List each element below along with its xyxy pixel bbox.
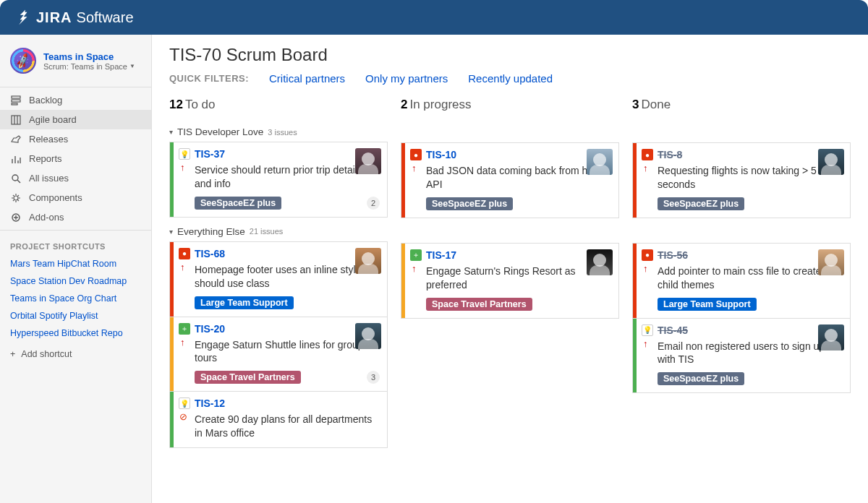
assignee-avatar[interactable] <box>587 149 613 175</box>
issue-key-link[interactable]: TIS-45 <box>658 324 688 336</box>
swimlane-header[interactable]: ▾Everything Else21 issues <box>169 226 388 237</box>
assignee-avatar[interactable] <box>355 248 381 274</box>
svg-rect-0 <box>12 96 20 98</box>
column-done: 3Done ●TIS-8↑Requesting flights is now t… <box>632 98 851 457</box>
svg-rect-3 <box>12 116 20 124</box>
priority-high-icon: ↑ <box>180 162 189 173</box>
epic-tag[interactable]: Large Team Support <box>658 298 757 311</box>
reports-icon <box>10 154 22 164</box>
column-todo: 12To do ▾TIS Developer Love3 issues 💡TIS… <box>169 98 388 457</box>
nav-item-backlog[interactable]: Backlog <box>0 90 151 110</box>
chevron-down-icon: ▾ <box>169 228 173 236</box>
bug-icon: ● <box>642 249 653 261</box>
priority-high-icon: ↑ <box>412 163 420 173</box>
idea-icon: 💡 <box>179 148 190 160</box>
issue-card[interactable]: ●TIS-68↑Homepage footer uses an inline s… <box>169 241 388 317</box>
nav-item-label: Agile board <box>29 114 77 125</box>
card-stripe <box>170 242 174 317</box>
epic-tag[interactable]: SeeSpaceEZ plus <box>658 197 744 210</box>
issue-key-link[interactable]: TIS-8 <box>658 149 682 160</box>
quick-filter-link[interactable]: Only my partners <box>365 72 448 85</box>
board-title: TIS-70 Scrum Board <box>169 45 851 65</box>
issue-card[interactable]: 💡TIS-37↑Service should return prior trip… <box>169 142 388 218</box>
jira-icon <box>13 8 32 27</box>
issue-card[interactable]: ＋TIS-20↑Engage Saturn Shuttle lines for … <box>169 317 388 392</box>
nav-item-label: Backlog <box>29 95 62 106</box>
priority-high-icon: ↑ <box>180 262 189 272</box>
chevron-down-icon: ▼ <box>129 63 135 69</box>
bug-icon: ● <box>179 248 190 259</box>
issue-key-link[interactable]: TIS-37 <box>195 148 225 160</box>
issue-summary: Email non registered users to sign up wi… <box>658 340 843 367</box>
issue-key-link[interactable]: TIS-17 <box>426 249 456 261</box>
card-stripe <box>401 143 405 218</box>
epic-tag[interactable]: Large Team Support <box>195 296 294 309</box>
shortcut-link[interactable]: Space Station Dev Roadmap <box>0 272 151 290</box>
shortcut-link[interactable]: Orbital Spotify Playlist <box>0 307 151 324</box>
swimlane-header[interactable]: ▾TIS Developer Love3 issues <box>169 126 388 137</box>
nav-item-all-issues[interactable]: All issues <box>0 168 151 188</box>
assignee-avatar[interactable] <box>818 149 844 175</box>
bug-icon: ● <box>642 149 653 160</box>
epic-tag[interactable]: SeeSpaceEZ plus <box>426 197 513 210</box>
nav-item-label: Add-ons <box>29 212 64 223</box>
card-stripe <box>170 317 174 392</box>
issue-summary: Add pointer to main css file to create c… <box>658 265 843 292</box>
issue-summary: Requesting flights is now taking > 5 sec… <box>658 164 843 192</box>
board-main: TIS-70 Scrum Board QUICK FILTERS: Critic… <box>152 35 868 503</box>
assignee-avatar[interactable] <box>587 249 613 275</box>
nav-item-releases[interactable]: Releases <box>0 129 151 149</box>
svg-rect-2 <box>12 103 17 105</box>
epic-tag[interactable]: SeeSpaceEZ plus <box>658 372 744 385</box>
assignee-avatar[interactable] <box>818 249 844 275</box>
svg-point-12 <box>14 196 18 200</box>
nav-item-reports[interactable]: Reports <box>0 149 151 168</box>
shortcut-link[interactable]: Hyperspeed Bitbucket Repo <box>0 324 151 342</box>
issue-card[interactable]: ●TIS-56↑Add pointer to main css file to … <box>632 243 851 319</box>
subtask-count-badge: 2 <box>367 197 380 210</box>
svg-point-10 <box>12 175 18 181</box>
nav-item-label: Reports <box>29 153 62 164</box>
assignee-avatar[interactable] <box>818 324 844 351</box>
nav-item-components[interactable]: Components <box>0 188 151 207</box>
add-shortcut-button[interactable]: + Add shortcut <box>0 342 151 366</box>
card-stripe <box>170 142 174 217</box>
story-icon: ＋ <box>410 249 422 261</box>
project-header[interactable]: 🚀 Teams in Space Scrum: Teams in Space ▼ <box>0 42 151 84</box>
story-icon: ＋ <box>179 323 190 335</box>
issue-key-link[interactable]: TIS-10 <box>426 149 456 160</box>
issue-card[interactable]: ●TIS-10↑Bad JSON data coming back from h… <box>401 142 619 218</box>
jira-logo[interactable]: JIRA Software <box>13 8 134 27</box>
components-icon <box>10 193 22 203</box>
nav-item-label: All issues <box>29 173 69 184</box>
board-icon <box>10 115 22 125</box>
nav-item-add-ons[interactable]: Add-ons <box>0 207 151 227</box>
issue-key-link[interactable]: TIS-68 <box>195 248 225 259</box>
issue-key-link[interactable]: TIS-12 <box>195 397 225 409</box>
issue-key-link[interactable]: TIS-20 <box>195 323 225 335</box>
epic-tag[interactable]: Space Travel Partners <box>426 298 532 311</box>
assignee-avatar[interactable] <box>355 323 381 349</box>
nav-item-agile-board[interactable]: Agile board <box>0 110 151 129</box>
quick-filter-link[interactable]: Recently updated <box>468 72 553 85</box>
card-stripe <box>633 244 637 318</box>
column-header-done: 3Done <box>632 98 851 116</box>
issue-card[interactable]: ＋TIS-17↑Engage Saturn's Rings Resort as … <box>401 243 619 319</box>
issue-card[interactable]: 💡TIS-12⊘Create 90 day plans for all depa… <box>169 392 388 448</box>
quick-filter-link[interactable]: Critical partners <box>269 72 345 85</box>
bug-icon: ● <box>410 149 422 160</box>
shortcut-link[interactable]: Mars Team HipChat Room <box>0 255 151 272</box>
nav-item-label: Components <box>29 192 82 203</box>
assignee-avatar[interactable] <box>355 148 381 174</box>
backlog-icon <box>10 95 22 106</box>
epic-tag[interactable]: Space Travel Partners <box>195 371 301 384</box>
issue-key-link[interactable]: TIS-56 <box>658 249 688 261</box>
project-avatar-icon: 🚀 <box>10 48 36 74</box>
project-subtitle[interactable]: Scrum: Teams in Space ▼ <box>43 62 135 71</box>
shortcut-link[interactable]: Teams in Space Org Chart <box>0 290 151 307</box>
issue-card[interactable]: ●TIS-8↑Requesting flights is now taking … <box>632 142 851 218</box>
epic-tag[interactable]: SeeSpaceEZ plus <box>195 197 281 210</box>
issue-card[interactable]: 💡TIS-45↑Email non registered users to si… <box>632 319 851 394</box>
product-name-light: Software <box>77 9 134 26</box>
releases-icon <box>10 135 22 144</box>
